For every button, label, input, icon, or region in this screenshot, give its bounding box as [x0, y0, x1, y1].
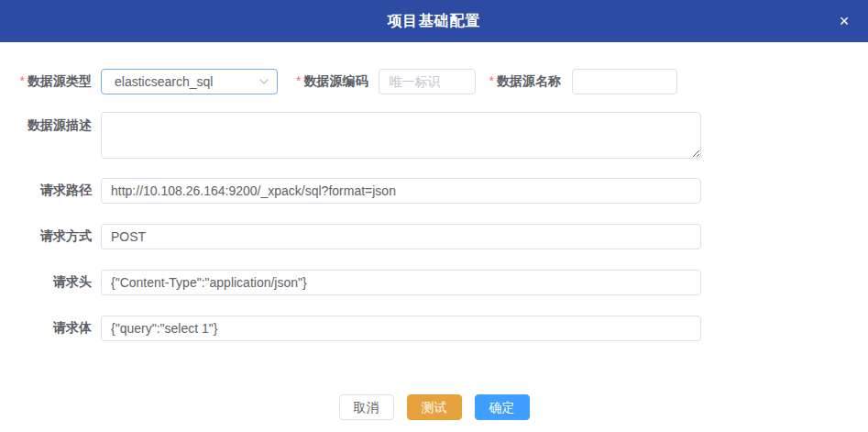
dialog-title: 项目基础配置	[388, 12, 481, 31]
datasource-type-select[interactable]: elasticsearch_sql	[101, 69, 278, 94]
dialog-header: 项目基础配置 ×	[0, 0, 868, 42]
datasource-desc-label: 数据源描述	[0, 117, 101, 134]
datasource-code-input[interactable]	[379, 69, 476, 94]
request-path-input[interactable]	[101, 178, 701, 204]
form-row-request-header: 请求头	[0, 270, 868, 295]
required-mark: *	[296, 73, 301, 88]
datasource-type-label: *数据源类型	[0, 73, 101, 90]
test-button[interactable]: 测试	[407, 394, 462, 420]
request-header-input[interactable]	[101, 270, 701, 295]
cancel-button[interactable]: 取消	[339, 394, 394, 420]
dialog-footer: 取消 测试 确定	[0, 361, 868, 432]
close-icon[interactable]: ×	[833, 10, 855, 32]
form-row-datasource: *数据源类型 elasticsearch_sql *数据源编码 *数据源名称	[0, 69, 868, 94]
dialog-body: *数据源类型 elasticsearch_sql *数据源编码 *数据源名称 数…	[0, 42, 868, 361]
datasource-name-input[interactable]	[572, 69, 677, 94]
request-path-label: 请求路径	[0, 183, 101, 199]
request-header-label: 请求头	[0, 274, 101, 291]
project-config-dialog: 项目基础配置 × *数据源类型 elasticsearch_sql *数据源编码…	[0, 0, 868, 432]
datasource-desc-textarea[interactable]	[101, 112, 701, 159]
required-mark: *	[20, 73, 25, 88]
required-mark: *	[489, 73, 493, 88]
request-method-label: 请求方式	[0, 228, 101, 245]
form-row-request-method: 请求方式	[0, 224, 868, 249]
form-row-request-body: 请求体	[0, 316, 868, 341]
datasource-type-value: elasticsearch_sql	[115, 74, 258, 89]
datasource-code-label: *数据源编码	[296, 73, 379, 90]
request-body-label: 请求体	[0, 320, 101, 337]
form-row-description: 数据源描述	[0, 112, 868, 159]
request-method-input[interactable]	[101, 224, 701, 249]
chevron-down-icon	[258, 76, 269, 87]
confirm-button[interactable]: 确定	[475, 394, 530, 420]
request-body-input[interactable]	[101, 316, 701, 341]
form-row-request-path: 请求路径	[0, 178, 868, 204]
datasource-name-label: *数据源名称	[489, 73, 571, 90]
